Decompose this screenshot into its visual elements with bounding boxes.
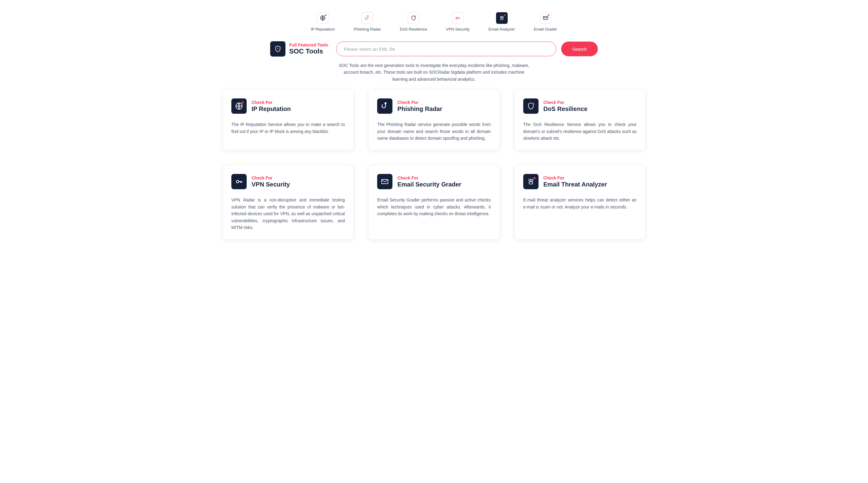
card-title: IP Reputation — [251, 105, 291, 113]
card-overline: Check For — [397, 176, 461, 181]
robot-icon — [523, 174, 538, 189]
svg-point-12 — [529, 179, 531, 181]
svg-point-7 — [277, 48, 278, 49]
card-desc: E-mail threat analyzer services helps ca… — [523, 197, 637, 210]
card-desc: The Phishing Radar service generate poss… — [377, 121, 491, 142]
shield-icon — [270, 41, 285, 57]
card-overline: Check For — [251, 176, 290, 181]
dot-icon — [548, 14, 549, 16]
tab-dos-resilience[interactable]: ▲ DoS Resilience — [400, 12, 427, 31]
card-phishing-radar[interactable]: Check For Phishing Radar The Phishing Ra… — [369, 90, 499, 150]
card-head: Check For Email Security Grader — [377, 174, 491, 189]
tab-label: Email Grader — [534, 27, 557, 31]
card-title: DoS Resilience — [544, 105, 588, 113]
card-title: Phishing Radar — [397, 105, 442, 113]
svg-point-13 — [531, 179, 533, 181]
hook-icon — [377, 98, 393, 114]
tab-label: Phishing Radar — [353, 27, 381, 31]
card-overline: Check For — [544, 176, 607, 181]
card-head: Check For Phishing Radar — [377, 98, 491, 114]
globe-icon — [317, 12, 329, 24]
search-row: Full Featured Tools SOC Tools Search — [223, 41, 645, 57]
card-desc: Email Security Grader performs passive a… — [377, 197, 491, 217]
card-ip-reputation[interactable]: Check For IP Reputation The IP Reputatio… — [223, 90, 353, 150]
tab-email-analyzer[interactable]: Email Analyzer — [489, 12, 515, 31]
card-head: Check For VPN Security — [231, 174, 345, 189]
dot-icon — [533, 177, 535, 179]
tool-tabs: IP Reputation Phishing Radar ▲ DoS Resil… — [223, 12, 645, 31]
card-desc: The DoS Resilience Service allows you to… — [523, 121, 637, 142]
card-overline: Check For — [544, 100, 588, 105]
card-overline: Check For — [251, 100, 291, 105]
shield-icon: ▲ — [408, 12, 419, 24]
brand-title: SOC Tools — [289, 48, 328, 55]
svg-point-2 — [456, 17, 458, 19]
card-head: Check For IP Reputation — [231, 98, 345, 114]
svg-point-9 — [385, 103, 386, 104]
card-desc: VPN Radar is a non-disruptive and immedi… — [231, 197, 345, 231]
search-button[interactable]: Search — [561, 41, 598, 56]
tab-label: Email Analyzer — [489, 27, 515, 31]
tab-label: VPN Security — [446, 27, 469, 31]
tab-label: DoS Resilience — [400, 27, 427, 31]
brand-overline: Full Featured Tools — [289, 42, 328, 48]
svg-point-4 — [502, 16, 503, 18]
key-icon — [452, 12, 464, 24]
svg-rect-6 — [543, 17, 548, 20]
tab-ip-reputation[interactable]: IP Reputation — [311, 12, 335, 31]
shield-icon: ▲ — [523, 98, 538, 114]
brand: Full Featured Tools SOC Tools — [270, 41, 328, 57]
search-input[interactable] — [336, 41, 556, 56]
key-icon — [231, 174, 247, 189]
card-title: Email Threat Analyzer — [544, 181, 607, 188]
card-overline: Check For — [397, 100, 442, 105]
svg-point-1 — [367, 16, 368, 17]
dot-icon — [325, 14, 327, 16]
triangle-icon: ▲ — [532, 101, 535, 105]
svg-rect-14 — [529, 182, 533, 184]
dot-icon — [504, 14, 505, 16]
hook-icon — [362, 12, 373, 24]
envelope-icon — [377, 174, 393, 189]
svg-point-10 — [236, 180, 239, 183]
robot-icon — [496, 12, 508, 24]
page-blurb: SOC Tools are the next generation tools … — [336, 62, 532, 83]
svg-rect-11 — [382, 179, 388, 184]
envelope-icon — [540, 12, 551, 24]
tab-phishing-radar[interactable]: Phishing Radar — [353, 12, 381, 31]
svg-rect-5 — [500, 18, 503, 20]
card-title: VPN Security — [251, 181, 290, 188]
card-email-threat-analyzer[interactable]: Check For Email Threat Analyzer E-mail t… — [515, 165, 645, 239]
card-vpn-security[interactable]: Check For VPN Security VPN Radar is a no… — [223, 165, 353, 239]
globe-icon — [231, 98, 247, 114]
card-desc: The IP Reputation Service allows you to … — [231, 121, 345, 135]
card-head: ▲ Check For DoS Resilience — [523, 98, 637, 114]
tab-vpn-security[interactable]: VPN Security — [446, 12, 469, 31]
tab-label: IP Reputation — [311, 27, 335, 31]
tab-email-grader[interactable]: Email Grader — [534, 12, 557, 31]
svg-point-3 — [500, 16, 502, 18]
card-dos-resilience[interactable]: ▲ Check For DoS Resilience The DoS Resil… — [515, 90, 645, 150]
cards-grid: Check For IP Reputation The IP Reputatio… — [223, 90, 645, 239]
card-head: Check For Email Threat Analyzer — [523, 174, 637, 189]
card-title: Email Security Grader — [397, 181, 461, 188]
card-email-security-grader[interactable]: Check For Email Security Grader Email Se… — [369, 165, 499, 239]
